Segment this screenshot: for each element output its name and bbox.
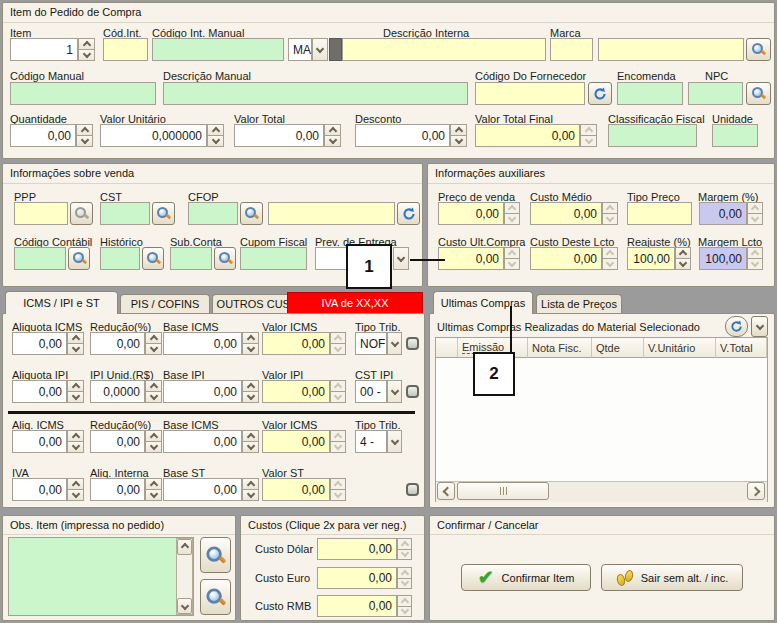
base-icms-st-spinner[interactable] — [242, 430, 259, 453]
tab-lista-precos[interactable]: Lista de Preços — [536, 294, 622, 313]
codigo-contabil-field[interactable] — [14, 247, 66, 270]
quantidade-spinner[interactable] — [76, 124, 93, 147]
cst-ipi-combo[interactable]: 00 - — [355, 380, 387, 403]
vscroll-up-button[interactable] — [177, 539, 192, 555]
desconto-spinner[interactable] — [450, 124, 467, 147]
cst-search-button[interactable] — [152, 202, 175, 225]
hscroll-right-button[interactable] — [747, 482, 765, 500]
margem-field[interactable]: 0,00 — [699, 202, 747, 225]
cfop-refresh-button[interactable] — [397, 202, 420, 225]
reducao-st-spinner[interactable] — [145, 430, 162, 453]
valor-unitario-spinner[interactable] — [207, 124, 224, 147]
tab-icms-ipi-st[interactable]: ICMS / IPI e ST — [5, 291, 118, 314]
grid-col-vunitario[interactable]: V.Unitário — [644, 338, 716, 358]
obs-search-button-2[interactable] — [200, 579, 231, 615]
reajuste-field[interactable]: 100,00 — [627, 247, 675, 270]
grid-col-nota-fisc[interactable]: Nota Fisc. — [528, 338, 592, 358]
item-number-field[interactable]: 1 — [10, 38, 78, 61]
ma-combo-dropdown-button[interactable] — [312, 38, 328, 61]
encomenda-field[interactable] — [617, 82, 683, 105]
valor-unitario-field[interactable]: 0,000000 — [100, 124, 207, 147]
grid-col-vtotal[interactable]: V.Total — [716, 338, 767, 358]
codigo-fornecedor-refresh-button[interactable] — [588, 82, 612, 105]
custo-dolar-field[interactable]: 0,00 — [317, 538, 397, 560]
iva-field[interactable]: 0,00 — [12, 478, 67, 501]
npc-field[interactable] — [688, 82, 743, 105]
codigo-fornecedor-field[interactable] — [475, 82, 585, 105]
custo-ult-compra-field[interactable]: 0,00 — [438, 247, 504, 270]
tipo-trib-combo[interactable]: NOF — [355, 332, 387, 355]
compras-refresh-button[interactable] — [725, 316, 748, 337]
desconto-field[interactable]: 0,00 — [355, 124, 450, 147]
ppp-field[interactable] — [14, 202, 68, 225]
tipo-trib-st-combo[interactable]: 4 - — [355, 430, 387, 453]
cupom-fiscal-field[interactable] — [240, 247, 307, 270]
grid-col-qtde[interactable]: Qtde — [592, 338, 644, 358]
cod-int-field[interactable] — [103, 38, 148, 61]
base-ipi-spinner[interactable] — [242, 380, 259, 403]
base-st-spinner[interactable] — [242, 478, 259, 501]
historico-search-button[interactable] — [142, 247, 164, 270]
base-ipi-field[interactable]: 0,00 — [163, 380, 242, 403]
confirmar-item-button[interactable]: ✔ Confirmar Item — [461, 564, 591, 591]
tipo-preco-field[interactable] — [627, 202, 692, 225]
aliquota-ipi-field[interactable]: 0,00 — [12, 380, 67, 403]
cst-field[interactable] — [100, 202, 150, 225]
aliq-icms-st-spinner[interactable] — [67, 430, 84, 453]
tipo-trib-st-dropdown-button[interactable] — [387, 430, 402, 453]
obs-vscrollbar[interactable] — [176, 538, 193, 615]
aliquota-ipi-spinner[interactable] — [67, 380, 84, 403]
aliq-icms-st-field[interactable]: 0,00 — [12, 430, 67, 453]
tab-pis-cofins[interactable]: PIS / COFINS — [120, 294, 210, 313]
cfop-field[interactable] — [188, 202, 238, 225]
ipi-unid-field[interactable]: 0,0000 — [90, 380, 145, 403]
cfop-search-button[interactable] — [240, 202, 263, 225]
reducao-icms-field[interactable]: 0,00 — [90, 332, 145, 355]
aliq-interna-field[interactable]: 0,00 — [90, 478, 145, 501]
aliquota-icms-spinner[interactable] — [67, 332, 84, 355]
custo-rmb-field[interactable]: 0,00 — [317, 595, 397, 617]
quantidade-field[interactable]: 0,00 — [10, 124, 76, 147]
st-options-button[interactable] — [406, 483, 419, 496]
tipo-trib-options-button[interactable] — [406, 337, 419, 350]
reducao-st-field[interactable]: 0,00 — [90, 430, 145, 453]
codigo-manual-field[interactable] — [10, 82, 156, 105]
custo-euro-field[interactable]: 0,00 — [317, 567, 397, 589]
descricao-interna-field[interactable] — [342, 38, 546, 61]
prev-entrega-dropdown-button[interactable] — [393, 247, 409, 270]
iva-spinner[interactable] — [67, 478, 84, 501]
reajuste-spinner[interactable] — [675, 247, 691, 270]
item-number-spinner[interactable] — [78, 38, 95, 61]
sair-sem-alt-button[interactable]: Sair sem alt. / inc. — [601, 564, 743, 591]
marca-code-field[interactable] — [550, 38, 593, 61]
unidade-field[interactable] — [712, 124, 758, 147]
margem-lcto-field[interactable]: 100,00 — [699, 247, 747, 270]
aliq-interna-spinner[interactable] — [145, 478, 162, 501]
base-icms-st-field[interactable]: 0,00 — [163, 430, 242, 453]
marca-search-button[interactable] — [746, 38, 771, 61]
marca-name-field[interactable] — [598, 38, 744, 61]
obs-search-button-1[interactable] — [200, 537, 231, 573]
sub-conta-search-button[interactable] — [214, 247, 236, 270]
ipi-unid-spinner[interactable] — [145, 380, 162, 403]
custo-deste-lcto-field[interactable]: 0,00 — [530, 247, 602, 270]
sub-conta-field[interactable] — [170, 247, 212, 270]
obs-textarea[interactable] — [8, 537, 194, 616]
hscroll-left-button[interactable] — [437, 482, 455, 500]
vscroll-down-button[interactable] — [177, 598, 192, 614]
custo-medio-field[interactable]: 0,00 — [530, 202, 602, 225]
preco-venda-field[interactable]: 0,00 — [438, 202, 504, 225]
codigo-contabil-search-button[interactable] — [68, 247, 90, 270]
historico-field[interactable] — [100, 247, 140, 270]
reducao-icms-spinner[interactable] — [145, 332, 162, 355]
cst-ipi-options-button[interactable] — [406, 385, 419, 398]
cst-ipi-dropdown-button[interactable] — [387, 380, 402, 403]
cfop-description-field[interactable] — [268, 202, 395, 225]
base-st-field[interactable]: 0,00 — [163, 478, 242, 501]
valor-total-field[interactable]: 0,00 — [234, 124, 324, 147]
classificacao-fiscal-field[interactable] — [608, 124, 697, 147]
base-icms-spinner[interactable] — [242, 332, 259, 355]
tab-ultimas-compras[interactable]: Ultimas Compras — [433, 291, 533, 314]
compras-dropdown-button[interactable] — [751, 316, 768, 337]
codigo-int-manual-field[interactable] — [152, 38, 284, 61]
